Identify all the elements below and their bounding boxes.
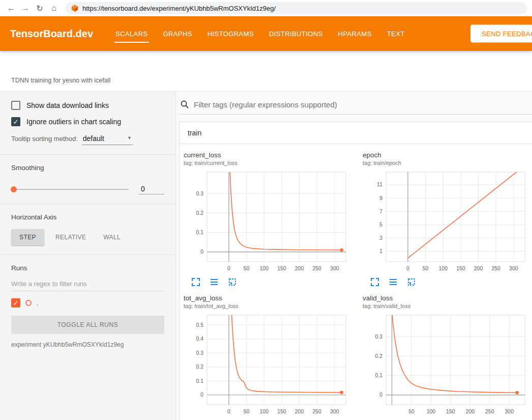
svg-text:5: 5	[379, 221, 382, 228]
svg-text:1: 1	[379, 248, 382, 254]
svg-text:250: 250	[485, 408, 494, 414]
svg-text:0.2: 0.2	[196, 363, 203, 370]
tab-distributions[interactable]: DISTRIBUTIONS	[268, 25, 324, 43]
axis-step-button[interactable]: STEP	[11, 229, 44, 245]
svg-text:0.3: 0.3	[375, 333, 382, 340]
svg-text:9: 9	[379, 195, 382, 201]
tot-avg-loss-plot[interactable]: 00.10.20.30.40.5050100150200250300	[184, 312, 351, 417]
reload-icon[interactable]: ↻	[34, 2, 46, 14]
tooltip-sorting-dropdown[interactable]: default ▼	[82, 134, 133, 145]
ignore-outliers-label: Ignore outliers in chart scaling	[26, 118, 121, 126]
svg-text:0.2: 0.2	[375, 353, 382, 359]
tab-hparams[interactable]: HPARAMS	[337, 25, 373, 43]
chart-title: tot_avg_loss	[184, 294, 351, 302]
ignore-outliers-checkbox-row[interactable]: ✓ Ignore outliers in chart scaling	[11, 117, 164, 126]
chart-tag: tag: train/tot_avg_loss	[184, 303, 351, 309]
current-loss-plot[interactable]: 00.10.20.3050100150200250300	[184, 169, 351, 274]
title-strip: TDNN training for yesno with icefall	[0, 51, 532, 92]
tab-graphs[interactable]: GRAPHS	[162, 25, 193, 43]
svg-text:0: 0	[200, 248, 203, 255]
run-list-item[interactable]: ✓ .	[11, 298, 164, 307]
svg-text:0: 0	[227, 265, 230, 271]
toggle-y-axis-icon[interactable]	[388, 277, 398, 287]
chart-current-loss: current_loss tag: train/current_loss 00.…	[184, 151, 351, 287]
address-bar[interactable]: https://tensorboard.dev/experiment/yKUbh…	[65, 2, 527, 14]
smoothing-slider-thumb[interactable]	[11, 186, 17, 192]
charts-grid: current_loss tag: train/current_loss 00.…	[180, 144, 532, 420]
svg-text:250: 250	[312, 265, 321, 271]
tab-histograms[interactable]: HISTOGRAMS	[206, 25, 255, 43]
smoothing-slider[interactable]	[11, 189, 129, 190]
svg-text:200: 200	[295, 408, 304, 414]
back-icon[interactable]: ←	[5, 2, 17, 14]
train-section-header[interactable]: train	[180, 122, 532, 144]
runs-filter-input[interactable]	[11, 277, 164, 291]
svg-text:250: 250	[312, 408, 321, 414]
run-checkbox[interactable]: ✓	[11, 298, 20, 307]
fit-domain-icon[interactable]	[227, 277, 238, 287]
svg-text:200: 200	[474, 265, 483, 271]
toggle-y-axis-icon[interactable]	[209, 277, 219, 287]
svg-text:300: 300	[330, 265, 339, 271]
svg-text:0.1: 0.1	[196, 229, 203, 235]
ignore-outliers-checkbox[interactable]: ✓	[11, 117, 20, 126]
show-download-links-label: Show data download links	[26, 101, 109, 109]
forward-icon[interactable]: →	[19, 2, 32, 14]
expand-chart-icon[interactable]	[370, 277, 380, 287]
tooltip-sorting-value: default	[83, 134, 104, 143]
svg-text:0.4: 0.4	[196, 335, 203, 342]
valid-loss-plot[interactable]: 00.10.20.350100150200250300	[363, 312, 530, 417]
show-download-links-checkbox-row[interactable]: Show data download links	[11, 101, 164, 110]
svg-text:0.3: 0.3	[196, 190, 203, 197]
axis-relative-button[interactable]: RELATIVE	[49, 229, 92, 245]
svg-text:100: 100	[438, 265, 448, 271]
toggle-all-runs-button[interactable]: TOGGLE ALL RUNS	[11, 316, 164, 334]
svg-text:200: 200	[466, 408, 475, 414]
show-download-links-checkbox[interactable]	[11, 101, 20, 110]
chart-tot-avg-loss: tot_avg_loss tag: train/tot_avg_loss 00.…	[184, 294, 351, 420]
svg-text:150: 150	[446, 408, 455, 414]
svg-text:150: 150	[277, 408, 286, 414]
svg-text:250: 250	[491, 265, 500, 271]
tag-filter-row	[179, 100, 532, 115]
settings-sidebar: Show data download links ✓ Ignore outlie…	[0, 92, 176, 420]
chart-valid-loss: valid_loss tag: train/valid_loss 00.10.2…	[363, 294, 530, 420]
send-feedback-button[interactable]: SEND FEEDBACK	[470, 25, 532, 43]
url-text: https://tensorboard.dev/experiment/yKUbh…	[82, 5, 276, 12]
epoch-plot[interactable]: 1357911050100150200250300	[363, 169, 530, 274]
svg-text:150: 150	[456, 265, 465, 271]
svg-text:0.1: 0.1	[196, 378, 203, 384]
tab-text[interactable]: TEXT	[386, 25, 406, 43]
scalars-main: train current_loss tag: train/current_lo…	[176, 92, 532, 420]
svg-text:0.2: 0.2	[196, 210, 203, 216]
svg-text:0: 0	[227, 408, 230, 414]
tag-filter-input[interactable]	[194, 100, 532, 109]
chart-tag: tag: train/epoch	[363, 160, 530, 166]
svg-text:300: 300	[509, 265, 518, 271]
svg-text:300: 300	[330, 408, 339, 414]
svg-text:50: 50	[244, 265, 250, 271]
tab-scalars[interactable]: SCALARS	[114, 25, 149, 43]
run-name: .	[37, 299, 39, 307]
svg-text:50: 50	[244, 408, 250, 414]
chart-title: valid_loss	[363, 294, 530, 302]
svg-text:50: 50	[408, 408, 415, 414]
svg-text:3: 3	[379, 235, 382, 241]
svg-text:0.5: 0.5	[196, 322, 203, 328]
svg-text:100: 100	[427, 408, 436, 414]
expand-chart-icon[interactable]	[191, 277, 201, 287]
experiment-title: TDNN training for yesno with icefall	[11, 77, 110, 84]
chart-title: current_loss	[184, 151, 351, 159]
svg-text:11: 11	[377, 181, 382, 187]
chart-tag: tag: train/valid_loss	[363, 303, 530, 309]
tooltip-sorting-label: Tooltip sorting method:	[11, 135, 78, 143]
tensorboard-logo: TensorBoard.dev	[10, 28, 93, 40]
smoothing-value-input[interactable]	[139, 184, 164, 194]
svg-text:150: 150	[277, 265, 286, 271]
svg-text:300: 300	[505, 408, 514, 414]
run-color-swatch	[25, 300, 32, 306]
axis-wall-button[interactable]: WALL	[97, 229, 127, 245]
runs-label: Runs	[11, 264, 164, 272]
fit-domain-icon[interactable]	[406, 277, 417, 287]
home-icon[interactable]: ⌂	[48, 2, 60, 14]
